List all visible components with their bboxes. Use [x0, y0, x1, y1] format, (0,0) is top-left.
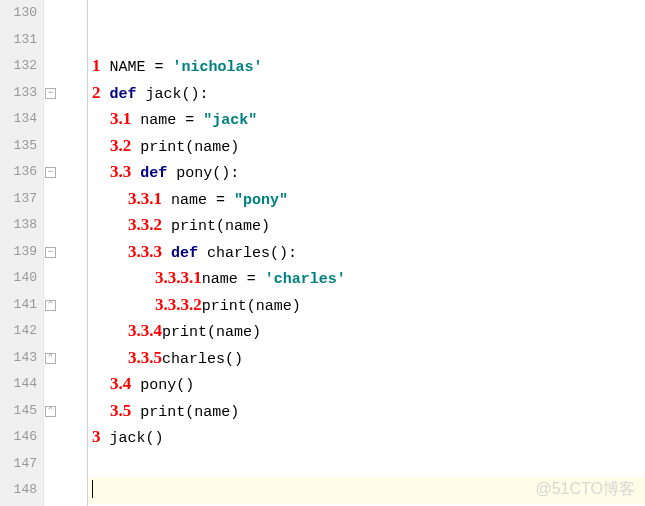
fold-toggle-icon[interactable]: − — [45, 247, 56, 258]
parentheses: ) — [230, 139, 239, 156]
string-quote: ' — [173, 59, 182, 76]
annotation-number: 3.2 — [110, 136, 131, 155]
annotation-number: 2 — [92, 83, 101, 102]
code-line[interactable] — [88, 27, 645, 54]
fold-toggle-icon[interactable]: ⌃ — [45, 406, 56, 417]
operator: = — [207, 192, 234, 209]
line-number: 148 — [0, 477, 37, 504]
parentheses: () — [176, 377, 194, 394]
parentheses: ) — [261, 218, 270, 235]
identifier: name — [256, 298, 292, 315]
function-call: print — [140, 139, 185, 156]
parentheses: ) — [292, 298, 301, 315]
annotation-number: 3.3.1 — [128, 189, 162, 208]
code-line[interactable] — [88, 0, 645, 27]
code-line[interactable]: 2 def jack(): — [88, 80, 645, 107]
code-line[interactable]: 1 NAME = 'nicholas' — [88, 53, 645, 80]
parentheses: ( — [185, 139, 194, 156]
code-line[interactable]: 3.5 print(name) — [88, 398, 645, 425]
caret-icon — [92, 480, 93, 498]
code-line[interactable]: 3.3.3 def charles(): — [88, 239, 645, 266]
identifier: name — [171, 192, 207, 209]
line-number: 147 — [0, 451, 37, 478]
line-number: 136 — [0, 159, 37, 186]
line-number: 137 — [0, 186, 37, 213]
keyword: def — [110, 86, 137, 103]
code-line[interactable]: 3.3 def pony(): — [88, 159, 645, 186]
parentheses: () — [225, 351, 243, 368]
parentheses: ) — [252, 324, 261, 341]
code-line[interactable]: 3.3.5charles() — [88, 345, 645, 372]
line-number: 135 — [0, 133, 37, 160]
code-line[interactable]: 3.1 name = "jack" — [88, 106, 645, 133]
code-line[interactable]: 3.4 pony() — [88, 371, 645, 398]
identifier: name — [194, 139, 230, 156]
function-call: pony — [140, 377, 176, 394]
code-line[interactable]: 3.3.2 print(name) — [88, 212, 645, 239]
fold-toggle-icon[interactable]: ⌃ — [45, 353, 56, 364]
parentheses: (): — [270, 245, 297, 262]
string-quote: " — [279, 192, 288, 209]
line-number: 131 — [0, 27, 37, 54]
string-quote: " — [248, 112, 257, 129]
string-quote: " — [203, 112, 212, 129]
code-line[interactable] — [88, 451, 645, 478]
parentheses: ( — [185, 404, 194, 421]
code-line[interactable]: 3 jack() — [88, 424, 645, 451]
line-number: 130 — [0, 0, 37, 27]
keyword: def — [171, 245, 198, 262]
annotation-number: 3.3.5 — [128, 348, 162, 367]
code-line[interactable]: 3.3.4print(name) — [88, 318, 645, 345]
identifier: name — [216, 324, 252, 341]
annotation-number: 1 — [92, 56, 101, 75]
annotation-number: 3.3 — [110, 162, 131, 181]
line-number: 133 — [0, 80, 37, 107]
identifier: name — [225, 218, 261, 235]
line-number: 144 — [0, 371, 37, 398]
parentheses: ) — [230, 404, 239, 421]
line-number: 143 — [0, 345, 37, 372]
identifier: name — [194, 404, 230, 421]
string-literal: nicholas — [182, 59, 254, 76]
line-number: 140 — [0, 265, 37, 292]
identifier: NAME — [110, 59, 146, 76]
function-call: print — [162, 324, 207, 341]
parentheses: ( — [247, 298, 256, 315]
string-literal: pony — [243, 192, 279, 209]
function-call: print — [171, 218, 216, 235]
line-number: 141 — [0, 292, 37, 319]
function-name: pony — [176, 165, 212, 182]
parentheses: ( — [216, 218, 225, 235]
annotation-number: 3.3.3.2 — [155, 295, 202, 314]
code-area[interactable]: 1 NAME = 'nicholas' 2 def jack(): 3.1 na… — [88, 0, 645, 506]
annotation-number: 3.5 — [110, 401, 131, 420]
parentheses: () — [146, 430, 164, 447]
function-call: jack — [110, 430, 146, 447]
string-quote: ' — [265, 271, 274, 288]
identifier: name — [140, 112, 176, 129]
operator: = — [238, 271, 265, 288]
string-quote: " — [234, 192, 243, 209]
code-line[interactable]: 3.2 print(name) — [88, 133, 645, 160]
fold-toggle-icon[interactable]: − — [45, 167, 56, 178]
line-number: 138 — [0, 212, 37, 239]
identifier: name — [202, 271, 238, 288]
annotation-number: 3 — [92, 427, 101, 446]
annotation-number: 3.3.4 — [128, 321, 162, 340]
fold-toggle-icon[interactable]: − — [45, 88, 56, 99]
code-editor[interactable]: 130 131 132 133 134 135 136 137 138 139 … — [0, 0, 645, 506]
code-line-current[interactable] — [88, 477, 645, 504]
annotation-number: 3.3.3.1 — [155, 268, 202, 287]
line-number-gutter: 130 131 132 133 134 135 136 137 138 139 … — [0, 0, 44, 506]
line-number: 145 — [0, 398, 37, 425]
parentheses: (): — [182, 86, 209, 103]
fold-toggle-icon[interactable]: ⌃ — [45, 300, 56, 311]
line-number: 142 — [0, 318, 37, 345]
function-name: jack — [146, 86, 182, 103]
code-line[interactable]: 3.3.3.1name = 'charles' — [88, 265, 645, 292]
code-line[interactable]: 3.3.1 name = "pony" — [88, 186, 645, 213]
fold-column: −−−⌃⌃⌃ — [44, 0, 58, 506]
annotation-number: 3.4 — [110, 374, 131, 393]
line-number: 132 — [0, 53, 37, 80]
code-line[interactable]: 3.3.3.2print(name) — [88, 292, 645, 319]
